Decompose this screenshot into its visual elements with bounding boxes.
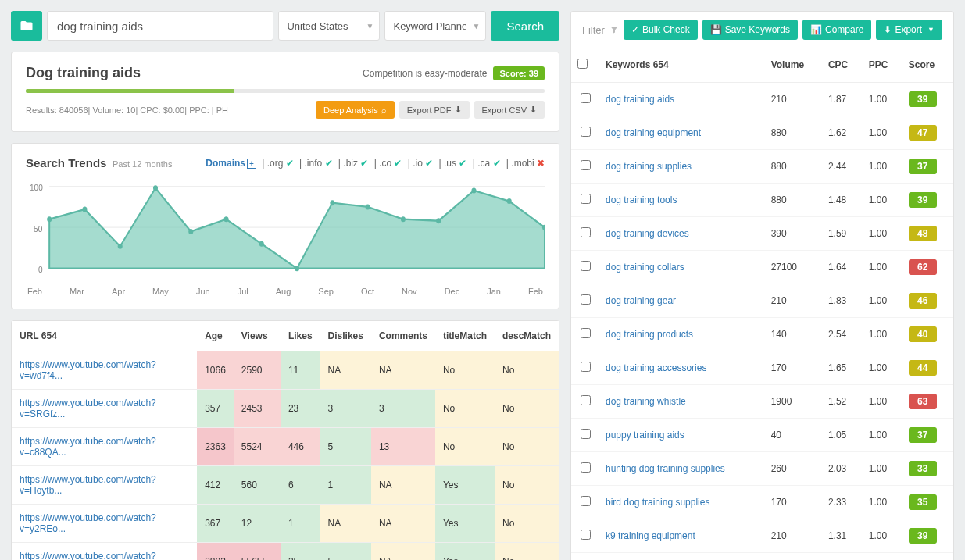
download-icon: ⬇ [455,105,462,115]
col-volume[interactable]: Volume [765,48,822,83]
filter-button[interactable]: Filter [582,24,619,36]
keyword-link[interactable]: dog training equipment [606,127,701,138]
col-ppc[interactable]: PPC [863,48,902,83]
tld-item: | .info ✔ [297,158,333,169]
plus-icon[interactable]: + [247,159,256,169]
url-link[interactable]: https://www.youtube.com/watch?v=y2REo... [20,512,156,534]
keyword-link[interactable]: dog training aids [606,94,674,105]
row-checkbox[interactable] [581,160,591,170]
search-bar: ▼ ▼ Search [11,11,559,41]
row-checkbox[interactable] [581,93,591,103]
keyword-link[interactable]: dog training accessories [606,362,706,373]
url-link[interactable]: https://www.youtube.com/watch?v=SRGfz... [20,398,156,419]
keywords-panel: Filter ✓ Bulk Check 💾 Save Keywords 📊 Co… [570,11,954,560]
trends-subtitle: Past 12 months [113,159,172,169]
keyword-link[interactable]: hunting dog training supplies [606,463,725,474]
svg-point-7 [82,207,87,212]
svg-point-12 [259,241,264,247]
svg-point-18 [471,187,476,193]
url-row: https://www.youtube.com/watch?v=SRGfz...… [12,390,559,428]
row-checkbox[interactable] [581,227,591,237]
keyword-row: dog training aids2101.871.0039 [571,83,953,116]
save-keywords-button[interactable]: 💾 Save Keywords [702,20,798,40]
keyword-link[interactable]: puppy training aids [606,430,684,441]
keyword-row: dog training collars271001.641.0062 [571,251,953,284]
keyword-row: dog training gear2101.831.0046 [571,284,953,318]
score-pill: 37 [909,427,937,443]
select-all-checkbox[interactable] [577,59,588,69]
keyword-link[interactable]: k9 training equipment [606,530,695,541]
chart-x-axis: FebMarAprMayJunJulAugSepOctNovDecJanFeb [26,287,545,296]
row-checkbox[interactable] [581,530,591,540]
url-col-header[interactable]: Likes [281,321,320,351]
tool-select[interactable] [384,11,486,41]
keyword-row: dog training supplies8802.441.0037 [571,150,953,184]
col-score[interactable]: Score [902,48,953,83]
keyword-row: puppy training aids401.051.0037 [571,419,953,452]
url-col-header[interactable]: Views [234,321,281,351]
search-button[interactable]: Search [491,11,559,41]
export-button[interactable]: ⬇ Export▼ [876,20,942,40]
keyword-link[interactable]: dog training whistle [606,396,686,407]
svg-point-9 [153,185,158,191]
url-col-header[interactable]: Comments [371,321,435,351]
keyword-link[interactable]: dog training tools [606,194,677,205]
folder-button[interactable] [11,11,42,41]
keyword-link[interactable]: dog training supplies [606,161,692,172]
row-checkbox[interactable] [581,328,591,338]
url-row: https://www.youtube.com/watch?v=wd7f4...… [12,351,559,390]
url-table: URL 654AgeViewsLikesDislikesCommentstitl… [12,321,559,560]
svg-point-15 [366,204,370,209]
row-checkbox[interactable] [581,261,591,271]
url-row: https://www.youtube.com/watch?v=I6sJr...… [12,543,559,561]
country-select[interactable] [278,11,380,41]
export-csv-button[interactable]: Export CSV ⬇ [474,101,545,119]
keyword-link[interactable]: dog training devices [606,228,689,239]
url-link[interactable]: https://www.youtube.com/watch?v=Hoytb... [20,474,156,496]
url-link[interactable]: https://www.youtube.com/watch?v=I6sJr... [20,551,156,560]
bulk-check-button[interactable]: ✓ Bulk Check [624,20,698,40]
col-keywords[interactable]: Keywords 654 [599,48,765,83]
export-pdf-button[interactable]: Export PDF ⬇ [399,101,470,119]
score-pill: 63 [909,394,937,409]
url-link[interactable]: https://www.youtube.com/watch?v=wd7f4... [20,359,156,381]
keywords-table: Keywords 654 Volume CPC PPC Score dog tr… [571,48,953,560]
keyword-row: dog training devices3901.591.0048 [571,217,953,251]
url-link[interactable]: https://www.youtube.com/watch?v=c88QA... [20,436,156,458]
row-checkbox[interactable] [581,395,591,405]
keyword-link[interactable]: dog training gear [606,295,676,306]
score-pill: 35 [909,494,937,510]
row-checkbox[interactable] [581,362,591,372]
compare-button[interactable]: 📊 Compare [802,20,871,40]
domains-label[interactable]: Domains [206,158,245,169]
keyword-link[interactable]: dog training collars [606,262,684,273]
score-pill: 39 [909,192,937,208]
score-badge: Score: 39 [493,66,545,80]
row-checkbox[interactable] [581,194,591,204]
tld-item: | .org ✔ [262,158,293,169]
row-checkbox[interactable] [581,496,591,506]
url-col-header[interactable]: URL 654 [12,321,197,351]
trends-title: Search Trends [26,156,106,169]
row-checkbox[interactable] [581,294,591,305]
row-checkbox[interactable] [581,127,591,137]
row-checkbox[interactable] [581,462,591,473]
deep-analysis-button[interactable]: Deep Analysis ⌕ [316,101,395,119]
url-col-header[interactable]: Dislikes [320,321,371,351]
keyword-link[interactable]: bird dog training supplies [606,497,709,508]
url-col-header[interactable]: descMatch [495,321,559,351]
keyword-row: dog training tools8801.481.0039 [571,184,953,217]
score-pill: 62 [909,259,937,275]
url-table-card: URL 654AgeViewsLikesDislikesCommentstitl… [11,320,559,560]
search-input[interactable] [47,11,273,41]
url-col-header[interactable]: Age [197,321,234,351]
keyword-title: Dog training aids [26,65,141,81]
folder-open-icon [20,19,34,33]
url-col-header[interactable]: titleMatch [435,321,495,351]
row-checkbox[interactable] [581,429,591,439]
score-pill: 46 [909,293,937,309]
keyword-link[interactable]: dog training products [606,329,693,340]
col-cpc[interactable]: CPC [822,48,863,83]
svg-text:0: 0 [38,265,43,275]
keyword-row: dog training products1402.541.0040 [571,318,953,351]
